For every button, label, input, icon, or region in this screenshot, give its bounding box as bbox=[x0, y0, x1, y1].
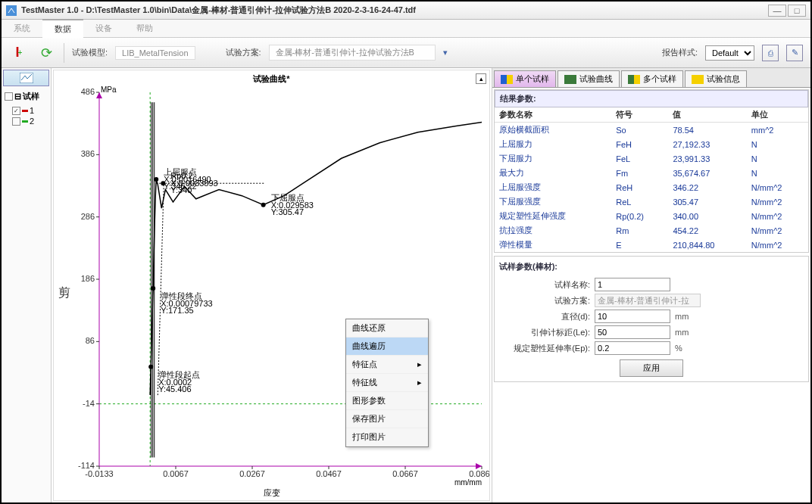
tree-item-1[interactable]: 1 bbox=[5, 105, 48, 116]
ctx-feature-point[interactable]: 特征点▸ bbox=[346, 356, 428, 374]
svg-text:Y:340: Y:340 bbox=[170, 185, 192, 194]
y-unit-label: MPa bbox=[101, 86, 117, 94]
svg-point-48 bbox=[151, 286, 155, 291]
submenu-arrow-icon: ▸ bbox=[417, 359, 422, 369]
tree-item-2[interactable]: 2 bbox=[5, 116, 48, 126]
report-style-select[interactable]: Default bbox=[705, 45, 754, 61]
results-panel: 结果参数: 参数名称 符号 值 单位 原始横截面积So78.54mm^2上屈服力… bbox=[494, 89, 809, 253]
svg-point-40 bbox=[261, 203, 266, 207]
svg-text:0.0667: 0.0667 bbox=[392, 469, 418, 478]
specimen-scheme-readonly: 金属-棒材-普通引伸计-拉 bbox=[595, 294, 701, 307]
table-row: 下屈服强度ReL305.47N/mm^2 bbox=[495, 194, 808, 209]
menu-bar: 系统 数据 设备 帮助 bbox=[2, 20, 810, 38]
refresh-button[interactable]: ⟳ bbox=[36, 43, 56, 63]
table-row: 抗拉强度Rm454.22N/mm^2 bbox=[495, 223, 808, 238]
ctx-save-image[interactable]: 保存图片 bbox=[346, 410, 428, 428]
table-row: 弹性模量E210,844.80N/mm^2 bbox=[495, 238, 808, 252]
ep-label: 规定塑性延伸率(Ep): bbox=[499, 343, 590, 354]
scheme-value: 金属-棒材-普通引伸计-拉伸试验方法B bbox=[269, 45, 436, 61]
export-icon[interactable]: ✎ bbox=[786, 45, 803, 61]
tab-multi-specimen[interactable]: 多个试样 bbox=[621, 70, 683, 87]
table-row: 规定塑性延伸强度Rp(0.2)340.00N/mm^2 bbox=[495, 209, 808, 223]
svg-text:-14: -14 bbox=[83, 399, 95, 408]
tab-test-info[interactable]: 试验信息 bbox=[685, 70, 747, 87]
table-row: 上屈服强度ReH346.22N/mm^2 bbox=[495, 180, 808, 194]
submenu-arrow-icon: ▸ bbox=[417, 378, 422, 387]
ctx-feature-line[interactable]: 特征线▸ bbox=[346, 374, 428, 392]
app-icon bbox=[6, 5, 17, 16]
tab-icon bbox=[628, 75, 640, 84]
pin-icon[interactable]: ▴ bbox=[476, 73, 486, 84]
diameter-input[interactable] bbox=[595, 310, 670, 323]
x-axis-label: 应变 bbox=[54, 486, 489, 500]
ctx-restore[interactable]: 曲线还原 bbox=[346, 319, 428, 338]
new-specimen-button[interactable]: I+ bbox=[9, 43, 29, 63]
specimen-1-checkbox[interactable] bbox=[12, 107, 20, 115]
specimen-2-color-icon bbox=[22, 120, 28, 123]
tab-single-specimen[interactable]: 单个试样 bbox=[494, 70, 556, 87]
table-row: 最大力Fm35,674.67N bbox=[495, 166, 808, 180]
model-value: LIB_MetalTension bbox=[115, 46, 195, 60]
scheme-label2: 试验方案: bbox=[499, 295, 590, 306]
tab-test-curve[interactable]: 试验曲线 bbox=[557, 70, 620, 87]
svg-point-52 bbox=[148, 365, 153, 369]
svg-text:86: 86 bbox=[86, 336, 95, 345]
menu-help[interactable]: 帮助 bbox=[124, 20, 165, 37]
tree-root[interactable]: ⊟ 试样 bbox=[5, 91, 48, 102]
ctx-traverse[interactable]: 曲线遍历 bbox=[346, 338, 428, 356]
svg-point-36 bbox=[154, 177, 158, 182]
svg-text:Y:45.406: Y:45.406 bbox=[158, 384, 191, 394]
left-panel-tab[interactable] bbox=[3, 70, 49, 86]
tab-icon bbox=[501, 75, 513, 84]
ctx-print-image[interactable]: 打印图片 bbox=[346, 428, 428, 446]
chart-context-menu: 曲线还原 曲线遍历 特征点▸ 特征线▸ 图形参数 保存图片 打印图片 bbox=[345, 319, 429, 447]
tab-icon bbox=[692, 75, 704, 84]
svg-text:486: 486 bbox=[81, 88, 95, 96]
specimen-name-input[interactable] bbox=[595, 278, 670, 291]
specimen-2-checkbox[interactable] bbox=[12, 117, 20, 126]
svg-point-44 bbox=[161, 181, 165, 185]
results-header: 结果参数: bbox=[495, 90, 808, 107]
svg-rect-0 bbox=[6, 5, 17, 16]
svg-text:0.0267: 0.0267 bbox=[239, 469, 265, 478]
window-title: TestMaster 1.0 - D:\TestMaster 1.0\bin\D… bbox=[21, 5, 767, 16]
ep-input[interactable] bbox=[595, 341, 670, 355]
menu-data[interactable]: 数据 bbox=[42, 19, 83, 38]
svg-text:0.0467: 0.0467 bbox=[316, 469, 342, 478]
x-unit-label: mm/mm bbox=[454, 478, 482, 487]
tree-root-checkbox[interactable] bbox=[5, 92, 13, 101]
gauge-label: 引伸计标距(Le): bbox=[499, 327, 590, 338]
diameter-label: 直径(d): bbox=[499, 311, 590, 322]
chart-title: 试验曲线* bbox=[54, 70, 489, 88]
menu-system[interactable]: 系统 bbox=[2, 20, 42, 37]
apply-button[interactable]: 应用 bbox=[620, 359, 683, 377]
svg-text:0.0067: 0.0067 bbox=[163, 469, 189, 478]
tab-icon bbox=[564, 75, 576, 84]
svg-text:Y:171.35: Y:171.35 bbox=[161, 306, 193, 315]
specimen-params-panel: 试样参数(棒材): 试样名称: 试验方案: 金属-棒材-普通引伸计-拉 直径(d… bbox=[494, 256, 809, 382]
maximize-button[interactable]: □ bbox=[788, 5, 806, 17]
svg-text:-0.0133: -0.0133 bbox=[85, 469, 113, 478]
table-row: 下屈服力FeL23,991.33N bbox=[495, 151, 808, 166]
chart-area[interactable]: ▴ 试验曲线* MPa 剪 -114-1486186286386486-0.01… bbox=[53, 70, 490, 501]
minimize-button[interactable]: — bbox=[768, 5, 786, 17]
svg-text:386: 386 bbox=[81, 149, 95, 158]
specimen-header: 试样参数(棒材): bbox=[499, 261, 804, 275]
svg-text:186: 186 bbox=[81, 274, 95, 283]
name-label: 试样名称: bbox=[499, 279, 590, 291]
results-table: 参数名称 符号 值 单位 原始横截面积So78.54mm^2上屈服力FeH27,… bbox=[495, 107, 808, 252]
scheme-dropdown-icon[interactable]: ▾ bbox=[443, 48, 448, 58]
scheme-label: 试验方案: bbox=[226, 47, 261, 58]
menu-device[interactable]: 设备 bbox=[83, 20, 124, 37]
table-row: 上屈服力FeH27,192.33N bbox=[495, 137, 808, 151]
svg-text:0.0867: 0.0867 bbox=[469, 469, 489, 478]
specimen-1-color-icon bbox=[22, 110, 28, 112]
ctx-graph-params[interactable]: 图形参数 bbox=[346, 392, 428, 410]
svg-text:Y:305.47: Y:305.47 bbox=[271, 207, 304, 216]
gauge-input[interactable] bbox=[595, 325, 670, 339]
report-label: 报告样式: bbox=[662, 47, 698, 58]
model-label: 试验模型: bbox=[72, 47, 108, 58]
print-preview-icon[interactable]: ⎙ bbox=[762, 45, 779, 61]
y-side-label: 剪 bbox=[58, 285, 70, 301]
svg-text:286: 286 bbox=[81, 212, 95, 221]
